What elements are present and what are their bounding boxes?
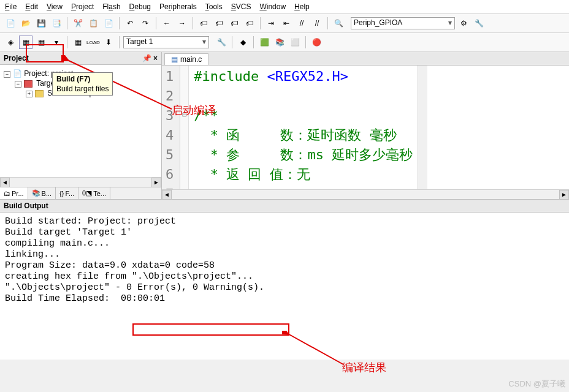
bookmark-button[interactable]: 🏷: [197, 17, 210, 30]
build-toolbar: ◈ ▦ ▦ ▾ ▦ LOAD ⬇ Target 1 🔧 ◆ 🟩 📚 ⬜ 🔴: [0, 33, 569, 52]
rebuild-button[interactable]: ▦: [34, 36, 48, 49]
bookmark-next-button[interactable]: 🏷: [227, 17, 241, 30]
file-icon: ▤: [171, 55, 178, 64]
tab-functions[interactable]: {} F...: [56, 187, 78, 199]
copy-button[interactable]: 📋: [86, 17, 100, 30]
code-line-5: * 参 数：ms 延时多少毫秒: [194, 147, 413, 162]
menu-window[interactable]: Window: [259, 2, 286, 11]
tab-templates-label: Te...: [93, 190, 106, 197]
redo-button[interactable]: ↷: [139, 17, 152, 30]
expand-icon[interactable]: +: [26, 91, 32, 97]
target-options-button[interactable]: 🔧: [215, 36, 228, 49]
tooltip-desc: Build target files: [56, 85, 109, 93]
tab-project[interactable]: 🗂 Pr...: [0, 187, 28, 199]
scroll-right-icon[interactable]: ►: [559, 190, 569, 200]
editor-hscroll[interactable]: ◄ ►: [162, 189, 569, 199]
menu-peripherals[interactable]: Peripherals: [159, 2, 197, 11]
bookmark-prev-button[interactable]: 🏷: [212, 17, 226, 30]
nav-forward-button[interactable]: →: [175, 17, 189, 30]
tab-books-label: B...: [42, 190, 52, 197]
paste-button[interactable]: 📄: [102, 17, 115, 30]
tab-templates[interactable]: 0⬔ Te...: [78, 187, 110, 199]
comment-button[interactable]: //: [295, 17, 308, 30]
project-hscroll[interactable]: ◄ ►: [0, 177, 161, 187]
menu-debug[interactable]: Debug: [129, 2, 151, 11]
annotation-start-compile: 启动编译: [172, 103, 216, 118]
tooltip-title: Build (F7): [56, 75, 90, 83]
scroll-left-icon[interactable]: ◄: [0, 178, 10, 187]
build-output[interactable]: Build started: Project: project Build ta…: [0, 213, 569, 360]
save-all-button[interactable]: 📑: [50, 17, 63, 30]
fold-column[interactable]: ⊟: [180, 66, 189, 189]
output-title: Build Output: [0, 199, 569, 213]
editor-tabs: ▤main.c: [162, 52, 569, 66]
menu-tools[interactable]: Tools: [205, 2, 223, 11]
editor-tab-label: main.c: [180, 55, 202, 64]
new-file-button[interactable]: 📄: [4, 17, 17, 30]
download-button[interactable]: LOAD: [86, 36, 100, 49]
menu-help[interactable]: Help: [294, 2, 310, 11]
target-dropdown[interactable]: Target 1: [123, 36, 209, 48]
manage-components-button[interactable]: ◆: [236, 36, 250, 49]
collapse-icon[interactable]: −: [4, 71, 10, 78]
code-content[interactable]: #include <REGX52.H> /** * 函 数：延时函数 毫秒 * …: [189, 66, 418, 189]
panel-pin-icon[interactable]: 📌 ×: [142, 54, 158, 62]
build-dropdown-icon[interactable]: ▾: [50, 36, 63, 49]
menu-view[interactable]: View: [47, 2, 63, 11]
debug-button[interactable]: 🔴: [310, 36, 323, 49]
uncomment-button[interactable]: //: [310, 17, 324, 30]
target-icon: [24, 80, 32, 88]
stop-build-button[interactable]: ⬇: [102, 36, 115, 49]
pack-installer-button[interactable]: 🟩: [258, 36, 271, 49]
tab-project-label: Pr...: [12, 190, 24, 197]
tab-functions-label: F...: [65, 190, 74, 197]
menu-svcs[interactable]: SVCS: [231, 2, 251, 11]
project-title-label: Project: [4, 54, 29, 62]
folder-icon: [35, 90, 44, 97]
save-button[interactable]: 💾: [34, 17, 48, 30]
bookmark-clear-button[interactable]: 🏷: [243, 17, 256, 30]
scroll-left-icon[interactable]: ◄: [162, 190, 172, 200]
undo-button[interactable]: ↶: [123, 17, 137, 30]
nav-back-button[interactable]: ←: [160, 17, 174, 30]
tab-books[interactable]: 📚 B...: [28, 187, 56, 199]
config-button[interactable]: ⬜: [288, 36, 302, 49]
editor-area: ▤main.c 1234567 ⊟ #include <REGX52.H> /*…: [162, 52, 569, 199]
project-panel-title: Project 📌 ×: [0, 52, 161, 65]
editor-vscroll[interactable]: [418, 66, 427, 189]
menu-flash[interactable]: Flash: [102, 2, 120, 11]
books-button[interactable]: 📚: [273, 36, 286, 49]
editor-tab-mainc[interactable]: ▤main.c: [164, 53, 208, 65]
open-file-button[interactable]: 📂: [19, 17, 32, 30]
menu-edit[interactable]: Edit: [25, 2, 38, 11]
annotation-compile-result: 编译结果: [342, 360, 386, 375]
line-numbers: 1234567: [162, 66, 180, 189]
menu-bar: File Edit View Project Flash Debug Perip…: [0, 0, 569, 14]
build-button[interactable]: ▦: [19, 36, 32, 49]
options-button[interactable]: 🔧: [472, 17, 486, 30]
project-panel-tabs: 🗂 Pr... 📚 B... {} F... 0⬔ Te...: [0, 187, 161, 199]
batch-build-button[interactable]: ▦: [71, 36, 85, 49]
scroll-right-icon[interactable]: ►: [151, 178, 161, 187]
code-line-6: * 返 回 值：无: [194, 167, 310, 182]
code-area[interactable]: 1234567 ⊟ #include <REGX52.H> /** * 函 数：…: [162, 66, 569, 189]
config-wizard-button[interactable]: ⚙: [457, 17, 470, 30]
periph-dropdown[interactable]: Periph_GPIOA: [351, 17, 455, 29]
menu-project[interactable]: Project: [71, 2, 94, 11]
collapse-icon[interactable]: −: [15, 81, 21, 88]
build-tooltip: Build (F7) Build target files: [52, 72, 113, 96]
find-button[interactable]: 🔍: [332, 17, 345, 30]
outdent-button[interactable]: ⇤: [280, 17, 293, 30]
indent-button[interactable]: ⇥: [264, 17, 278, 30]
code-line-4: * 函 数：延时函数 毫秒: [194, 127, 396, 143]
watermark: CSDN @夏子曦: [508, 379, 565, 390]
cut-button[interactable]: ✂️: [71, 17, 85, 30]
main-toolbar: 📄 📂 💾 📑 ✂️ 📋 📄 ↶ ↷ ← → 🏷 🏷 🏷 🏷 ⇥ ⇤ // //…: [0, 14, 569, 33]
menu-file[interactable]: File: [5, 2, 17, 11]
translate-button[interactable]: ◈: [4, 36, 17, 49]
